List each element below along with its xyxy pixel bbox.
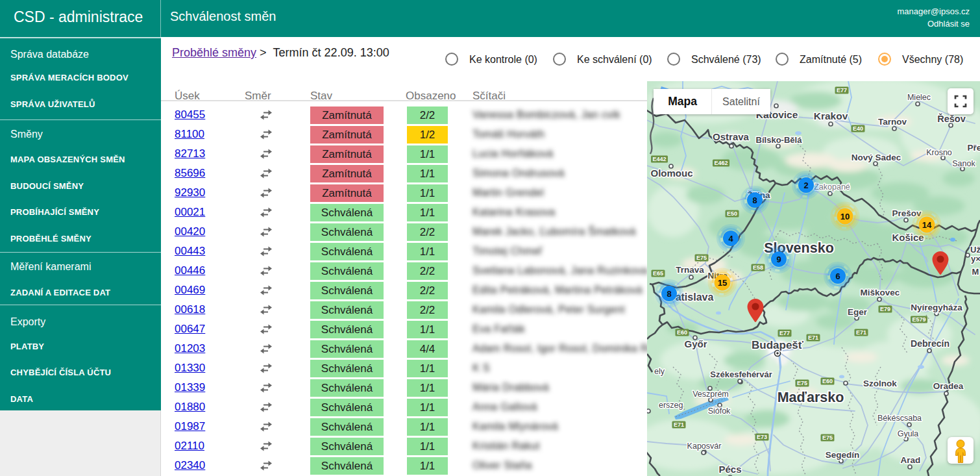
svg-text:E462: E462	[714, 160, 728, 166]
svg-text:Oradea: Oradea	[933, 381, 964, 391]
svg-text:M: M	[972, 267, 979, 277]
svg-text:E60: E60	[677, 329, 687, 336]
svg-text:2: 2	[803, 181, 808, 190]
svg-text:8: 8	[667, 289, 671, 299]
svg-text:6: 6	[835, 271, 840, 281]
svg-text:Bílsko-Bělá: Bílsko-Bělá	[756, 135, 803, 145]
svg-text:Maďarsko: Maďarsko	[778, 390, 844, 405]
svg-text:E442: E442	[652, 156, 666, 162]
svg-text:Eger: Eger	[848, 307, 868, 317]
svg-text:Nový Sadec: Nový Sadec	[851, 153, 901, 162]
svg-text:Békéscsaba: Békéscsaba	[877, 414, 922, 423]
svg-text:Szolnok: Szolnok	[863, 379, 897, 388]
svg-text:E579: E579	[912, 316, 925, 323]
svg-text:Olomouc: Olomouc	[650, 168, 692, 179]
svg-text:Přer: Přer	[967, 143, 980, 153]
svg-text:Trnava: Trnava	[676, 265, 704, 275]
svg-text:erszeg: erszeg	[659, 401, 683, 410]
svg-text:E77: E77	[837, 87, 847, 94]
svg-text:Arad: Arad	[901, 455, 921, 465]
svg-text:E77: E77	[779, 330, 790, 336]
svg-text:E65: E65	[653, 270, 663, 277]
svg-text:Segedín: Segedín	[826, 450, 860, 460]
svg-text:Už: Už	[970, 245, 980, 255]
svg-text:y×: y×	[971, 254, 980, 264]
svg-text:8: 8	[752, 195, 757, 205]
svg-text:Nyíregyháza: Nyíregyháza	[911, 303, 962, 312]
svg-text:Miškovec: Miškovec	[861, 288, 900, 297]
svg-text:E75: E75	[696, 255, 707, 261]
svg-text:E71: E71	[856, 329, 866, 336]
svg-text:E73: E73	[757, 434, 767, 440]
svg-text:Sanok: Sanok	[952, 159, 975, 168]
svg-text:Siófok: Siófok	[708, 407, 731, 416]
svg-text:Pécs: Pécs	[718, 464, 741, 475]
svg-text:E60: E60	[822, 378, 833, 384]
svg-text:9: 9	[776, 255, 781, 264]
svg-text:Tarnov: Tarnov	[878, 117, 907, 127]
svg-text:E79: E79	[880, 306, 890, 312]
svg-text:E58: E58	[753, 264, 763, 271]
svg-text:E75: E75	[822, 434, 833, 441]
svg-text:10: 10	[840, 212, 850, 221]
svg-text:Řešov: Řešov	[937, 113, 966, 124]
svg-text:Budapešť: Budapešť	[752, 339, 804, 351]
svg-text:Székesfehérvár: Székesfehérvár	[710, 370, 772, 379]
svg-text:E71: E71	[808, 334, 818, 341]
svg-text:15: 15	[718, 278, 727, 288]
svg-text:E40: E40	[853, 125, 863, 132]
svg-text:E50: E50	[727, 210, 737, 217]
svg-text:E71: E71	[674, 421, 684, 428]
svg-text:Kaposvár: Kaposvár	[687, 442, 722, 451]
svg-text:Krakov: Krakov	[814, 110, 848, 121]
svg-text:Győr: Győr	[684, 338, 707, 349]
svg-text:14: 14	[922, 220, 932, 230]
svg-text:4: 4	[728, 234, 733, 244]
svg-text:Mielec: Mielec	[907, 93, 931, 102]
svg-text:Krosno: Krosno	[926, 148, 952, 157]
svg-text:Ostrava: Ostrava	[713, 131, 750, 142]
svg-text:Debrecín: Debrecín	[911, 338, 949, 349]
svg-text:Gyula: Gyula	[898, 429, 919, 438]
svg-text:E75: E75	[797, 380, 807, 386]
svg-text:ely: ely	[654, 367, 665, 376]
svg-text:Veszprém: Veszprém	[692, 390, 729, 399]
